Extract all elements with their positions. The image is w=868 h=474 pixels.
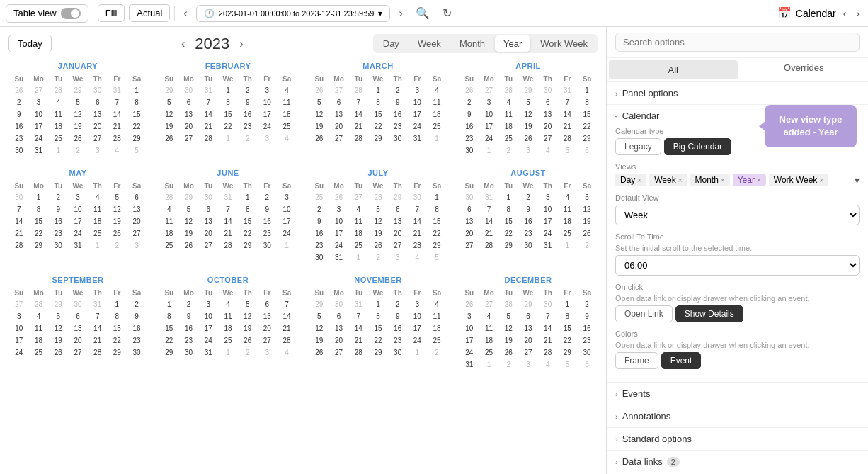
cal-day[interactable]: 19 — [160, 121, 178, 132]
cal-day[interactable]: 15 — [578, 109, 596, 120]
cal-day[interactable]: 2 — [578, 240, 596, 251]
cal-day[interactable]: 2 — [389, 85, 407, 96]
cal-day[interactable]: 12 — [578, 204, 596, 215]
cal-day[interactable]: 31 — [219, 192, 237, 203]
cal-day[interactable]: 21 — [409, 228, 427, 239]
cal-day[interactable]: 11 — [349, 216, 367, 227]
cal-day[interactable]: 18 — [49, 121, 67, 132]
cal-day[interactable]: 13 — [88, 109, 107, 120]
cal-day[interactable]: 19 — [69, 121, 87, 132]
cal-day[interactable]: 20 — [88, 121, 107, 132]
cal-day[interactable]: 23 — [239, 121, 257, 132]
cal-day[interactable]: 26 — [578, 228, 596, 239]
remove-day[interactable]: × — [637, 176, 641, 184]
cal-day[interactable]: 30 — [10, 192, 28, 203]
cal-day[interactable]: 23 — [310, 240, 329, 251]
cal-day[interactable]: 27 — [519, 347, 537, 358]
cal-day[interactable]: 2 — [239, 133, 257, 144]
cal-day[interactable]: 1 — [428, 133, 446, 144]
cal-day[interactable]: 10 — [480, 109, 498, 120]
cal-day[interactable]: 5 — [559, 145, 577, 156]
table-view-button[interactable]: Table view — [6, 4, 88, 23]
cal-day[interactable]: 16 — [10, 121, 28, 132]
cal-day[interactable]: 8 — [108, 311, 127, 322]
cal-day[interactable]: 5 — [519, 97, 537, 108]
cal-day[interactable]: 7 — [349, 97, 367, 108]
cal-day[interactable]: 4 — [108, 145, 127, 156]
cal-day[interactable]: 5 — [559, 359, 577, 370]
tab-month[interactable]: Month — [451, 35, 493, 52]
cal-day[interactable]: 21 — [539, 335, 557, 346]
cal-day[interactable]: 10 — [539, 204, 557, 215]
cal-day[interactable]: 20 — [519, 335, 537, 346]
cal-day[interactable]: 3 — [460, 311, 479, 322]
cal-day[interactable]: 25 — [480, 347, 498, 358]
cal-day[interactable]: 19 — [180, 228, 198, 239]
cal-day[interactable]: 15 — [30, 216, 48, 227]
cal-day[interactable]: 5 — [310, 311, 329, 322]
cal-day[interactable]: 5 — [69, 97, 87, 108]
cal-day[interactable]: 9 — [389, 97, 407, 108]
cal-day[interactable]: 4 — [428, 299, 446, 310]
cal-day[interactable]: 19 — [239, 323, 257, 334]
cal-day[interactable]: 4 — [278, 133, 296, 144]
cal-day[interactable]: 2 — [127, 299, 146, 310]
cal-day[interactable]: 13 — [69, 323, 87, 334]
cal-day[interactable]: 1 — [127, 85, 146, 96]
cal-day[interactable]: 31 — [349, 299, 367, 310]
cal-day[interactable]: 26 — [369, 240, 387, 251]
cal-day[interactable]: 4 — [278, 85, 296, 96]
cal-day[interactable]: 8 — [30, 204, 48, 215]
cal-day[interactable]: 29 — [369, 347, 387, 358]
cal-day[interactable]: 4 — [409, 252, 427, 263]
cal-day[interactable]: 19 — [310, 121, 329, 132]
cal-day[interactable]: 3 — [539, 192, 557, 203]
cal-day[interactable]: 9 — [127, 311, 146, 322]
cal-day[interactable]: 28 — [219, 240, 237, 251]
toggle-switch[interactable] — [61, 8, 81, 19]
cal-day[interactable]: 8 — [219, 97, 237, 108]
cal-day[interactable]: 1 — [160, 299, 178, 310]
cal-day[interactable]: 17 — [539, 216, 557, 227]
cal-day[interactable]: 4 — [278, 347, 296, 358]
cal-day[interactable]: 26 — [330, 192, 348, 203]
cal-day[interactable]: 2 — [499, 359, 518, 370]
remove-workweek[interactable]: × — [819, 176, 823, 184]
cal-day[interactable]: 2 — [578, 299, 596, 310]
cal-day[interactable]: 16 — [127, 323, 146, 334]
cal-day[interactable]: 16 — [239, 109, 257, 120]
cal-day[interactable]: 30 — [539, 85, 557, 96]
cal-day[interactable]: 22 — [239, 228, 257, 239]
cal-day[interactable]: 24 — [409, 335, 427, 346]
cal-day[interactable]: 12 — [499, 323, 518, 334]
cal-day[interactable]: 24 — [69, 228, 87, 239]
cal-day[interactable]: 25 — [428, 335, 446, 346]
cal-day[interactable]: 23 — [49, 228, 67, 239]
cal-day[interactable]: 15 — [369, 323, 387, 334]
cal-day[interactable]: 30 — [519, 240, 537, 251]
cal-day[interactable]: 8 — [428, 204, 446, 215]
cal-day[interactable]: 30 — [389, 133, 407, 144]
cal-day[interactable]: 30 — [330, 299, 348, 310]
cal-day[interactable]: 25 — [499, 133, 518, 144]
cal-day[interactable]: 26 — [10, 85, 28, 96]
cal-day[interactable]: 31 — [199, 85, 217, 96]
cal-day[interactable]: 31 — [460, 359, 479, 370]
cal-day[interactable]: 28 — [480, 240, 498, 251]
cal-day[interactable]: 3 — [519, 145, 537, 156]
cal-day[interactable]: 27 — [330, 347, 348, 358]
cal-day[interactable]: 28 — [30, 299, 48, 310]
cal-day[interactable]: 20 — [180, 121, 198, 132]
cal-day[interactable]: 29 — [108, 347, 127, 358]
cal-day[interactable]: 10 — [330, 216, 348, 227]
cal-day[interactable]: 15 — [108, 323, 127, 334]
cal-day[interactable]: 30 — [49, 240, 67, 251]
cal-day[interactable]: 4 — [499, 97, 518, 108]
cal-day[interactable]: 30 — [258, 240, 277, 251]
cal-day[interactable]: 28 — [499, 85, 518, 96]
cal-day[interactable]: 8 — [160, 311, 178, 322]
cal-day[interactable]: 23 — [578, 335, 596, 346]
cal-day[interactable]: 30 — [460, 145, 479, 156]
data-links-section[interactable]: › Data links 2 — [607, 451, 868, 473]
cal-day[interactable]: 27 — [480, 85, 498, 96]
